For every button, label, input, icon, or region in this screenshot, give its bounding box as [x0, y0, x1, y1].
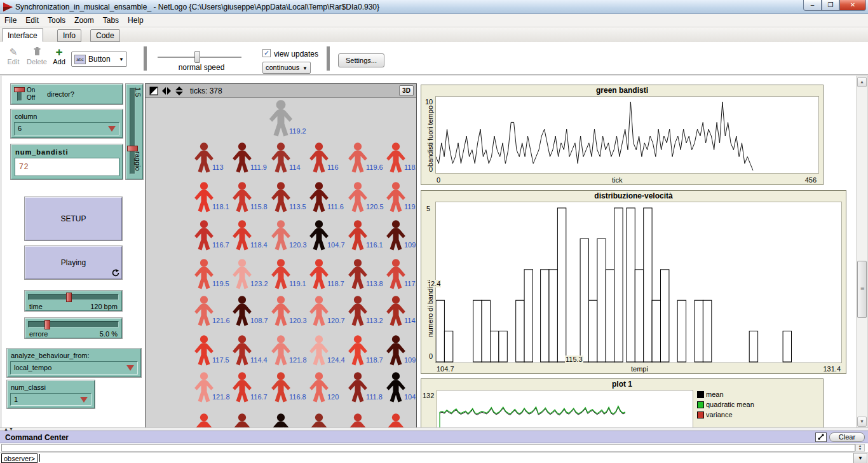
update-mode-value: continuous: [266, 64, 299, 71]
history-dropdown-button[interactable]: ▼: [853, 453, 867, 463]
add-button[interactable]: + Add: [51, 46, 67, 66]
turtle-tempo-label: 114.1: [404, 317, 416, 324]
menu-item-zoom[interactable]: Zoom: [70, 14, 98, 25]
tab-info[interactable]: Info: [57, 29, 81, 42]
tab-strip: InterfaceInfoCode: [0, 27, 868, 42]
errore-slider-knob[interactable]: [44, 320, 50, 329]
setup-button-label: SETUP: [60, 214, 86, 223]
delete-button[interactable]: Delete: [25, 46, 48, 66]
playing-button[interactable]: Playing: [25, 246, 122, 279]
chooser-arrow-icon: [108, 126, 116, 132]
raggio-slider-knob[interactable]: [127, 146, 138, 151]
menu-bar: FileEditToolsZoomTabsHelp: [0, 14, 868, 27]
plot-plot1[interactable]: plot 1 132 meanquadratic meanvariance: [421, 378, 824, 427]
update-mode-dropdown[interactable]: continuous ▼: [262, 62, 311, 74]
line-series: [437, 390, 693, 427]
world-canvas[interactable]: 119.2113111.9114116119.6118.5118.1115.81…: [146, 98, 416, 427]
raggio-label: raggio: [134, 151, 142, 171]
edit-button[interactable]: ✎ Edit: [5, 46, 22, 66]
scroll-down-icon[interactable]: ▼: [857, 417, 867, 427]
turtle-tempo-label: 120.3: [289, 317, 307, 324]
setup-button[interactable]: SETUP: [25, 197, 122, 240]
turtle-tempo-label: 109.5: [404, 241, 416, 249]
analyze-chooser-value-box[interactable]: local_tempo: [10, 361, 138, 375]
settings-button[interactable]: Settings...: [338, 53, 384, 67]
legend-swatch: [697, 401, 704, 408]
column-chooser-label: column: [15, 113, 37, 120]
menu-item-tools[interactable]: Tools: [43, 14, 70, 25]
vertical-arrows-icon[interactable]: [175, 86, 184, 95]
delete-label: Delete: [27, 58, 47, 66]
plot-title: distribuzione-velocità: [421, 191, 846, 200]
turtle-person: [269, 413, 292, 427]
errore-slider[interactable]: errore 5.0 %: [25, 318, 122, 338]
tab-interface[interactable]: Interface: [2, 28, 43, 42]
y-axis-label: numero di bandisti: [426, 280, 434, 337]
switch-knob[interactable]: [14, 87, 25, 92]
menu-item-tabs[interactable]: Tabs: [98, 14, 123, 25]
minimize-button[interactable]: –: [803, 0, 822, 11]
menu-item-help[interactable]: Help: [123, 14, 148, 25]
errore-slider-groove: [28, 321, 119, 328]
plus-icon: +: [51, 46, 67, 58]
close-button[interactable]: ✕: [839, 0, 866, 11]
turtle-tempo-label: 114.4: [250, 356, 268, 364]
x-min-label: 104.7: [437, 365, 454, 373]
plot-distribuzione-velocita[interactable]: distribuzione-velocità 5 2.4 0 numero di…: [421, 190, 846, 374]
analyze-behaviour-chooser[interactable]: analyze_behaviour_from: local_tempo: [7, 349, 141, 377]
errore-slider-label: errore: [29, 330, 48, 338]
turtle-tempo-label: 113: [212, 163, 224, 171]
toolbar-separator: [144, 46, 147, 71]
turtle-tempo-label: 113.8: [366, 280, 383, 287]
clear-button[interactable]: Clear: [829, 432, 865, 442]
column-chooser-value-box[interactable]: 6: [14, 122, 119, 135]
time-slider-groove: [28, 294, 119, 300]
3d-button[interactable]: 3D: [399, 85, 414, 96]
vertical-scrollbar[interactable]: ▲ ▼: [856, 76, 868, 427]
maximize-button[interactable]: ❐: [822, 0, 839, 11]
speed-slider-thumb[interactable]: [194, 51, 200, 63]
legend-item-quadratic-mean: quadratic mean: [697, 401, 754, 408]
turtle-tempo-label: 118.5: [404, 163, 416, 171]
plot-title: plot 1: [421, 380, 823, 389]
raggio-value: 1.5: [134, 87, 142, 97]
director-switch-label: director?: [47, 90, 74, 98]
turtle-person: [346, 413, 369, 427]
num-bandisti-field[interactable]: 72: [15, 158, 119, 176]
switch-on-label: On: [27, 86, 35, 93]
scrollbar-thumb[interactable]: [857, 261, 867, 318]
num-bandisti-input[interactable]: num_bandisti 72: [11, 144, 123, 179]
menu-item-file[interactable]: File: [0, 14, 21, 25]
column-chooser[interactable]: column 6: [11, 109, 123, 138]
turtle-tempo-label: 117.3: [404, 280, 416, 287]
menu-item-edit[interactable]: Edit: [21, 14, 43, 25]
turtle-tempo-label: 111.6: [327, 203, 344, 211]
x-max-label: 456: [805, 176, 817, 184]
view-updates-checkbox[interactable]: ✓: [262, 49, 271, 57]
world-view[interactable]: ticks: 378 3D 119.2113111.9114116119.611…: [145, 83, 417, 427]
chevron-down-icon: ▼: [302, 66, 308, 71]
chevron-down-icon: ▼: [119, 57, 124, 62]
command-input[interactable]: [38, 453, 851, 463]
num-classi-chooser[interactable]: num_classi 1: [7, 380, 95, 408]
errore-slider-value: 5.0 %: [100, 330, 118, 338]
edit-label: Edit: [8, 58, 20, 66]
turtle-tempo-label: 116.7: [250, 393, 268, 401]
horizontal-arrows-icon[interactable]: [162, 86, 171, 95]
widget-type-dropdown[interactable]: abc Button ▼: [71, 52, 127, 67]
raggio-slider[interactable]: 1.5 raggio: [126, 84, 143, 179]
popout-button[interactable]: [815, 432, 827, 442]
num-classi-value-box[interactable]: 1: [10, 393, 92, 406]
diagonal-resize-icon[interactable]: [149, 86, 158, 95]
x-axis-label: tick: [612, 176, 623, 184]
x-min-label: 0: [437, 176, 440, 184]
output-scrollbar[interactable]: ▲▼: [855, 444, 865, 452]
tab-code[interactable]: Code: [90, 29, 120, 42]
observer-prompt[interactable]: observer>: [1, 453, 37, 463]
plot-green-bandisti[interactable]: green bandisti 10 0 bandisti fuori tempo…: [421, 85, 824, 185]
world-view-header: ticks: 378 3D: [146, 84, 416, 98]
scroll-up-icon[interactable]: ▲: [857, 77, 867, 87]
director-switch[interactable]: On Off director?: [11, 84, 123, 104]
time-slider-knob[interactable]: [66, 293, 72, 302]
time-slider[interactable]: time 120 bpm: [25, 291, 122, 311]
